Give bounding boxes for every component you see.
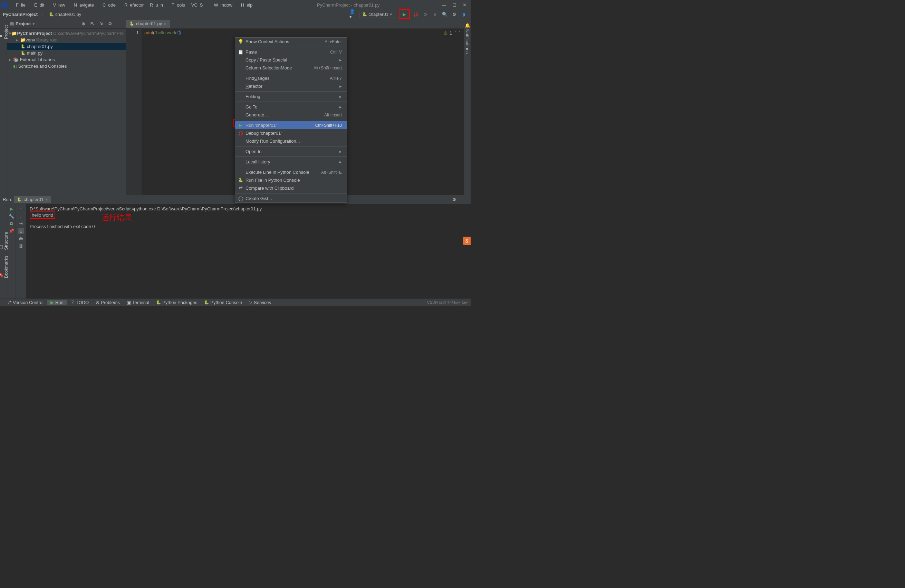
select-opened-file-icon[interactable]: ⊕ [79,20,87,28]
tree-file-main[interactable]: 🐍 main.py [7,50,126,56]
editor-inspection-status[interactable]: ⚠ 1 ˄ ˅ [443,30,461,36]
soft-wrap-icon[interactable]: ⇥ [19,221,23,226]
scroll-end-icon[interactable]: ⤓ [18,228,24,234]
status-problems[interactable]: ⊘Problems [92,300,123,305]
menu-paste[interactable]: 📋PasteCtrl+V [235,48,347,56]
run-console[interactable]: D:\Software\PyCharm\PyCharmProject\venv\… [26,204,471,299]
menu-run-file[interactable]: ▶Run 'chapter01'Ctrl+Shift+F10 [235,121,347,129]
rerun-icon[interactable]: ▶ [10,206,13,211]
status-services[interactable]: ▷Services [246,300,275,305]
close-tab-icon[interactable]: × [164,21,167,26]
tree-venv[interactable]: ▸📁 venv library root [7,37,126,43]
menu-show-context-actions[interactable]: 💡Show Context ActionsAlt+Enter [235,38,347,46]
coverage-button[interactable]: ⟳ [422,10,429,18]
run-settings-icon[interactable]: ⚙ [451,196,458,203]
menu-run-in-console[interactable]: 🐍Run File in Python Console [235,176,347,184]
menu-open-in[interactable]: Open In▸ [235,148,347,156]
expand-all-icon[interactable]: ⇱ [88,20,96,28]
hide-panel-icon[interactable]: — [115,20,123,28]
debug-button[interactable]: 🐞 [412,10,419,18]
run-tab-label: chapter01 [24,197,43,202]
menu-modify-run-config[interactable]: Modify Run Configuration... [235,137,347,145]
panel-settings-icon[interactable]: ⚙ [106,20,114,28]
breadcrumb-project[interactable]: PyCharmProject [3,12,38,17]
account-icon[interactable]: 👤▾ [349,10,357,18]
annotation-label: 运行结果 [102,213,132,223]
menu-compare-clipboard[interactable]: ⇄Compare with Clipboard [235,184,347,192]
menu-help[interactable]: Help [236,2,255,9]
tree-external-libs[interactable]: ▸📚 External Libraries [7,56,126,63]
menu-file[interactable]: File [11,2,28,9]
tool-tab-project[interactable]: ■ Project [0,25,9,39]
trash-icon[interactable]: 🗑 [19,243,23,248]
menu-view[interactable]: View [48,2,67,9]
close-tab-icon[interactable]: × [45,197,48,202]
down-arrow-icon[interactable]: ↓ [20,213,22,219]
menu-edit[interactable]: Edit [29,2,47,9]
menu-vcs[interactable]: VCS [189,2,208,9]
status-version-control[interactable]: ⎇Version Control [3,300,47,305]
chevron-down-icon[interactable]: ▾ [32,21,35,26]
window-title: PyCharmProject - chapter01.py [255,2,441,8]
settings-icon[interactable]: ⚙ [451,10,458,18]
tool-tab-structure[interactable]: ⬚ Structure [0,232,9,250]
menu-navigate[interactable]: Navigate [69,2,96,9]
menu-folding[interactable]: Folding▸ [235,92,347,100]
tool-tab-notifications[interactable]: 🔔 Notifications [465,22,470,54]
minimize-icon[interactable]: — [441,2,446,8]
layout-icon[interactable]: ⧉ [10,221,13,226]
status-packages[interactable]: 🐍Python Packages [152,300,201,305]
titlebar: File Edit View Navigate Code Refactor Ru… [0,0,471,10]
pin-icon[interactable]: 📌 [9,228,14,234]
menu-find-usages[interactable]: Find UsagesAlt+F7 [235,74,347,82]
warning-count: 1 [449,30,452,36]
tree-root[interactable]: ▾📁 PyCharmProject D:\Software\PyCharm\Py… [7,30,126,37]
python-icon: 🐍 [130,21,134,26]
run-button[interactable]: ▶ [400,10,408,18]
menu-run[interactable]: Run [148,2,165,9]
print-icon[interactable]: 🖶 [19,236,23,241]
run-config-selector[interactable]: 🐍 chapter01 ▾ [359,11,395,18]
menu-generate[interactable]: Generate...Alt+Insert [235,111,347,119]
menu-debug-file[interactable]: 🐞Debug 'chapter01' [235,129,347,137]
menu-goto[interactable]: Go To▸ [235,103,347,111]
wrench-icon[interactable]: 🔧 [9,213,14,219]
menu-paste-special[interactable]: Copy / Paste Special▸ [235,56,347,64]
status-run[interactable]: ▶Run [47,300,67,305]
hide-run-panel-icon[interactable]: — [460,196,468,203]
status-terminal[interactable]: ▣Terminal [123,300,152,305]
stop-button[interactable]: ■ [431,10,439,18]
tree-scratches[interactable]: ◐ Scratches and Consoles [7,63,126,70]
menu-refactor[interactable]: Refactor▸ [235,82,347,90]
project-tree: ▾📁 PyCharmProject D:\Software\PyCharm\Py… [7,29,126,71]
ide-features-icon[interactable]: ◗ [460,10,468,18]
terminal-icon: ▣ [127,300,131,305]
watermark-credit: CSDN @帅小伙low_key [427,300,468,305]
python-icon: 🐍 [362,12,367,17]
menu-local-history[interactable]: Local History▸ [235,158,347,166]
menu-window[interactable]: Window [209,2,235,9]
status-console[interactable]: 🐍Python Console [201,300,246,305]
project-panel-title[interactable]: Project [16,21,31,26]
collapse-all-icon[interactable]: ⇲ [97,20,105,28]
menu-execute-line[interactable]: Execute Line in Python ConsoleAlt+Shift+… [235,168,347,176]
menu-create-gist[interactable]: ◯Create Gist... [235,194,347,202]
run-tab[interactable]: 🐍 chapter01 × [14,196,51,203]
menu-refactor[interactable]: Refactor [119,2,146,9]
tool-tab-bookmarks[interactable]: 🔖 Bookmarks [0,256,9,278]
menu-tools[interactable]: Tools [167,2,187,9]
tree-file-chapter01[interactable]: 🐍 chapter01.py [7,43,126,50]
maximize-icon[interactable]: ☐ [452,2,456,8]
up-arrow-icon[interactable]: ↑ [20,206,22,211]
floating-badge[interactable]: S [463,237,471,245]
code-string: "hello world" [155,30,179,35]
search-icon[interactable]: 🔍 [441,10,449,18]
menu-code[interactable]: Code [98,2,118,9]
next-highlight-icon[interactable]: ˅ [459,30,461,36]
breadcrumb-file[interactable]: chapter01.py [55,12,81,17]
close-icon[interactable]: ✕ [463,2,467,8]
status-todo[interactable]: ☑TODO [67,300,92,305]
prev-highlight-icon[interactable]: ˄ [454,30,456,36]
menu-column-selection[interactable]: Column Selection ModeAlt+Shift+Insert [235,64,347,72]
editor-tab[interactable]: 🐍 chapter01.py × [126,20,170,28]
